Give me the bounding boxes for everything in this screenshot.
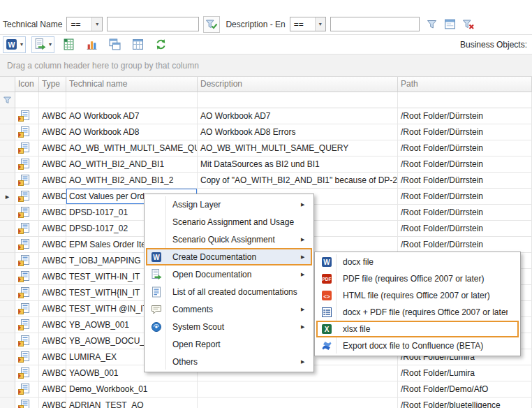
row-indicator[interactable] [0, 140, 15, 156]
open-documentation-split-button[interactable]: ▾ [31, 36, 54, 53]
filter-cell-description[interactable] [198, 92, 398, 108]
cell-type[interactable]: AWBO [39, 285, 66, 301]
column-header-icon[interactable]: Icon [15, 77, 39, 92]
row-indicator[interactable] [0, 253, 15, 269]
table-row[interactable]: AWBO AO Workbook AD7 AO Workbook AD7 /Ro… [0, 108, 532, 124]
filter-cell-path[interactable] [398, 92, 532, 108]
apply-filter-button[interactable] [203, 16, 220, 33]
row-indicator[interactable] [0, 365, 15, 381]
technical-name-filter-input[interactable] [107, 17, 199, 31]
row-indicator[interactable] [0, 173, 15, 189]
menu-item-open-report[interactable]: Open Report ▶ [146, 335, 312, 353]
cell-technical-name[interactable]: AO_WITH_BI2_AND_BI1_2 [66, 173, 198, 189]
cell-description[interactable]: Mit DataSources as BI2 und BI1 [198, 156, 398, 173]
submenu-item-html-file-requires-office-2007-or-later[interactable]: HTML file (requires Office 2007 or later… [316, 287, 519, 304]
row-indicator[interactable] [0, 221, 15, 237]
row-indicator[interactable] [0, 317, 15, 333]
description-operator-select[interactable]: == ▾ [290, 17, 326, 31]
cell-type[interactable]: AWBO [39, 253, 66, 269]
cell-path[interactable]: /Root Folder/bluetelligence [398, 398, 532, 408]
submenu-item-pdf-file-requires-office-2007-or-later[interactable]: PDF file (requires Office 2007 or later)… [316, 270, 519, 287]
cell-type[interactable]: AWBO [39, 173, 66, 189]
row-indicator[interactable]: ▸ [0, 189, 15, 205]
cell-type[interactable]: AWBO [39, 365, 66, 381]
grid-view-button[interactable] [129, 36, 147, 53]
menu-item-scenario-assignment-and-usage[interactable]: Scenario Assignment and Usage ▶ [146, 213, 312, 231]
cell-description[interactable] [198, 398, 398, 408]
column-header-description[interactable]: Description [198, 77, 398, 92]
table-row[interactable]: AWBO Demo_Workbook_01 /Root Folder/Demo/… [0, 381, 532, 398]
cell-type[interactable]: AWBO [39, 398, 66, 408]
table-row[interactable]: AWBO AO_WITH_BI2_AND_BI1 Mit DataSources… [0, 156, 532, 173]
cell-path[interactable]: /Root Folder/Dürrstein [398, 205, 532, 221]
submenu-item-export-docx-file-to-confluence-beta[interactable]: Export docx file to Confluence (BETA) ▶ [316, 337, 519, 354]
cell-type[interactable]: AWBO [39, 189, 66, 205]
cell-technical-name[interactable]: ADRIAN_TEST_AO [66, 398, 198, 408]
filter-cell-type[interactable] [39, 92, 66, 108]
cell-type[interactable]: AWBO [39, 333, 66, 349]
table-row[interactable]: AWBO ADRIAN_TEST_AO /Root Folder/bluetel… [0, 398, 532, 408]
refresh-button[interactable] [152, 36, 170, 53]
cell-type[interactable]: AWBO [39, 140, 66, 156]
export-excel-button[interactable] [60, 36, 77, 53]
cell-type[interactable]: AWBO [39, 349, 66, 365]
menu-item-comments[interactable]: Comments ▶ [146, 300, 312, 318]
cell-description[interactable] [198, 381, 398, 398]
cell-path[interactable]: /Root Folder/Dürrstein [398, 173, 532, 189]
menu-item-create-documentation[interactable]: Create Documentation ▶ [146, 248, 312, 265]
cell-technical-name[interactable]: Demo_Workbook_01 [66, 381, 198, 398]
table-row[interactable]: AWBO AO_WITH_BI2_AND_BI1_2 Copy of "AO_W… [0, 173, 532, 189]
cell-path[interactable]: /Root Folder/Dürrstein [398, 108, 532, 124]
description-filter-input[interactable] [330, 17, 420, 31]
row-indicator[interactable] [0, 333, 15, 349]
submenu-item-xlsx-file[interactable]: xlsx file ▶ [316, 321, 519, 337]
row-indicator[interactable] [0, 381, 15, 398]
cell-path[interactable]: /Root Folder/Demo/AfO [398, 381, 532, 398]
row-indicator[interactable] [0, 398, 15, 408]
cell-technical-name[interactable]: AO_WITH_BI2_AND_BI1 [66, 156, 198, 173]
cell-technical-name[interactable]: AO Workbook AD7 [66, 108, 198, 124]
row-indicator[interactable] [0, 156, 15, 173]
cell-path[interactable]: /Root Folder/Dürrstein [398, 124, 532, 140]
menu-item-scenario-quick-assignment[interactable]: Scenario Quick Assignment ▶ [146, 231, 312, 248]
cell-type[interactable]: AWBO [39, 221, 66, 237]
row-indicator[interactable] [0, 108, 15, 124]
filter-cell-icon[interactable] [15, 92, 39, 108]
column-header-path[interactable]: Path [398, 77, 532, 92]
cell-type[interactable]: AWBO [39, 205, 66, 221]
cell-description[interactable]: Copy of "AO_WITH_BI2_AND_BI1" because of… [198, 173, 398, 189]
cell-path[interactable]: /Root Folder/Dürrstein [398, 156, 532, 173]
cell-path[interactable]: /Root Folder/Dürrstein [398, 140, 532, 156]
menu-item-list-of-all-created-documentations[interactable]: List of all created documentations ▶ [146, 283, 312, 300]
cell-type[interactable]: AWBO [39, 237, 66, 253]
table-row[interactable]: AWBO AO_WB_WITH_MULTI_SAME_QUERY AO_WB_W… [0, 140, 532, 156]
cell-type[interactable]: AWBO [39, 381, 66, 398]
filter-editor-button[interactable] [442, 16, 459, 33]
create-documentation-split-button[interactable]: ▾ [3, 36, 26, 53]
filter-button[interactable] [424, 16, 441, 33]
column-header-type[interactable]: Type [39, 77, 66, 92]
cell-description[interactable]: AO Workbook AD8 Errors [198, 124, 398, 140]
filter-cell-technical-name[interactable] [66, 92, 198, 108]
group-by-panel[interactable]: Drag a column header here to group by th… [0, 54, 532, 77]
row-indicator[interactable] [0, 124, 15, 140]
cell-path[interactable]: /Root Folder/Lumira [398, 365, 532, 381]
row-indicator[interactable] [0, 205, 15, 221]
cell-type[interactable]: AWBO [39, 301, 66, 317]
copy-grid-button[interactable] [106, 36, 124, 53]
cell-type[interactable]: AWBO [39, 317, 66, 333]
menu-item-system-scout[interactable]: System Scout ▶ [146, 318, 312, 335]
cell-technical-name[interactable]: AO Workbook AD8 [66, 124, 198, 140]
submenu-item-docx-pdf-file-requires-office-2007-or-later[interactable]: docx + PDF file (requires Office 2007 or… [316, 304, 519, 321]
cell-path[interactable]: /Root Folder/Dürrstein [398, 189, 532, 205]
cell-type[interactable]: AWBO [39, 156, 66, 173]
clear-filter-button[interactable] [460, 16, 477, 33]
cell-type[interactable]: AWBO [39, 269, 66, 285]
table-row[interactable]: AWBO AO Workbook AD8 AO Workbook AD8 Err… [0, 124, 532, 140]
column-header-technical-name[interactable]: Technical name [66, 77, 198, 92]
row-indicator[interactable] [0, 269, 15, 285]
submenu-item-docx-file[interactable]: docx file ▶ [316, 254, 519, 270]
chart-report-button[interactable] [83, 36, 101, 53]
row-indicator[interactable] [0, 301, 15, 317]
cell-type[interactable]: AWBO [39, 108, 66, 124]
